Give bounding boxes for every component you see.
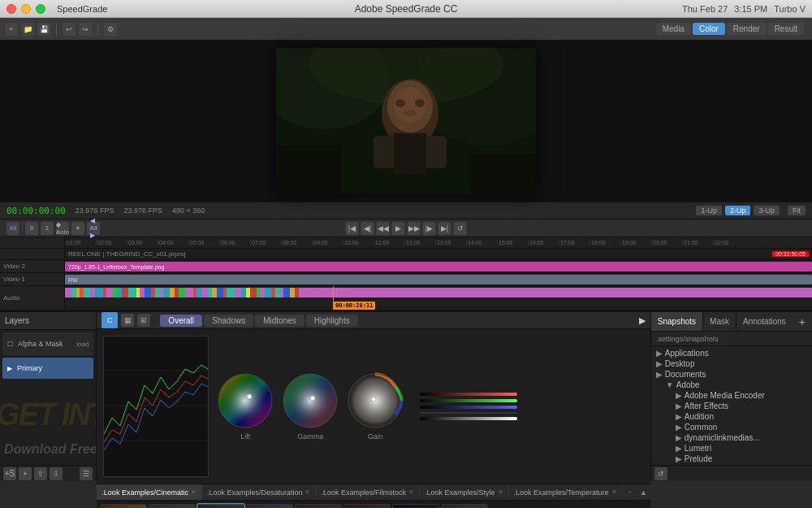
minimize-button[interactable]	[21, 4, 31, 14]
thumb-compression1[interactable]: Compression 1	[295, 504, 342, 508]
tab-shadows[interactable]: Shadows	[204, 315, 253, 327]
thumb-bleach[interactable]: Bleach Bypass	[149, 504, 196, 508]
next-frame[interactable]: |▶	[423, 222, 436, 235]
tab-annotations[interactable]: Annotations	[736, 312, 793, 331]
tree-item-prelude[interactable]: ▶ Prelude	[653, 454, 810, 464]
ctrl-1[interactable]: 1	[41, 222, 54, 235]
layer-item-alpha[interactable]: ☐ Alpha & Mask load	[2, 332, 93, 355]
remove-layer-btn[interactable]: +	[19, 467, 32, 480]
tab-snapshots[interactable]: Snapshots	[651, 312, 703, 331]
thumb-compression2[interactable]: Compression 2	[343, 504, 391, 508]
ctrl-s[interactable]: S	[25, 222, 38, 235]
redo-btn[interactable]: ↪	[79, 23, 92, 36]
layer-down-btn[interactable]: ⇩	[50, 467, 63, 480]
view-2up[interactable]: 2-Up	[725, 206, 751, 215]
look-tab-temperature-close[interactable]: ✕	[611, 488, 617, 496]
tab-midtones[interactable]: Midtones	[255, 315, 304, 327]
tree-item-documents[interactable]: ▶ Documents	[653, 369, 810, 380]
view-1up[interactable]: 1-Up	[696, 206, 722, 215]
tree-item-adobe[interactable]: ▼ Adobe	[653, 380, 810, 390]
settings-path: .settings/snapshots	[651, 332, 812, 346]
save-btn[interactable]: 💾	[37, 23, 50, 36]
look-panel-toggle[interactable]: ▲	[637, 488, 650, 497]
plus-btn[interactable]: +	[71, 222, 84, 235]
window-controls: SpeedGrade	[6, 4, 107, 14]
track-2-bar[interactable]: RW	[65, 275, 812, 284]
tree-item-desktop[interactable]: ▶ Desktop	[653, 358, 810, 369]
app-name: SpeedGrade	[57, 4, 107, 14]
tree-item-applications[interactable]: ▶ Applications	[653, 348, 810, 358]
close-button[interactable]	[6, 4, 16, 14]
tree-item-audition[interactable]: ▶ Audition	[653, 411, 810, 422]
tab-overall[interactable]: Overall	[160, 315, 202, 327]
settings-path-label: .settings/snapshots	[656, 335, 719, 343]
tab-media[interactable]: Media	[656, 23, 691, 35]
toolbar-sep-1	[56, 23, 57, 36]
tab-mask[interactable]: Mask	[703, 312, 736, 331]
add-snapshot-btn[interactable]: +	[793, 315, 812, 328]
wheel-highlights-disc[interactable]	[347, 372, 404, 429]
tab-color[interactable]: Color	[693, 23, 725, 35]
reel-row: REEL ONE | THEGRIND_CC_v01.prproj 00:32:…	[0, 249, 812, 260]
look-tab-filmstock[interactable]: .Look Examples/Filmstock ✕	[316, 484, 420, 500]
go-end[interactable]: ▶|	[438, 222, 451, 235]
open-btn[interactable]: 📁	[21, 23, 34, 36]
maximize-button[interactable]	[36, 4, 45, 14]
loop-btn[interactable]: ↺	[454, 222, 467, 235]
all-btn2[interactable]: ◀ All ▶	[87, 222, 100, 235]
timecode-overlay: 00:08:26:11	[333, 302, 375, 310]
layer-opts-btn[interactable]: ☰	[80, 467, 93, 480]
look-tab-temperature[interactable]: .Look Examples/Temperature ✕	[509, 484, 623, 500]
mark-3: 03:00	[127, 240, 158, 245]
mark-19: 19:00	[620, 240, 651, 245]
look-tab-filmstock-close[interactable]: ✕	[408, 488, 414, 496]
go-start[interactable]: |◀	[346, 222, 359, 235]
new-btn[interactable]: +	[5, 23, 18, 36]
look-tab-style[interactable]: .Look Examples/Style ✕	[420, 484, 509, 500]
wheel-midtones-disc[interactable]	[282, 372, 339, 429]
tree-item-common[interactable]: ▶ Common	[653, 422, 810, 432]
fit-btn[interactable]: Fit	[788, 206, 806, 215]
tree-item-dynlink[interactable]: ▶ dynamiclinkmedias...	[653, 432, 810, 443]
refresh-btn[interactable]: ↺	[654, 467, 667, 480]
color-mode-icon[interactable]: C	[102, 312, 118, 328]
tab-render[interactable]: Render	[727, 23, 767, 35]
undo-btn[interactable]: ↩	[63, 23, 76, 36]
play-btn[interactable]: ▶	[392, 222, 405, 235]
add-layer-btn[interactable]: +S	[3, 467, 16, 480]
tree-item-ame[interactable]: ▶ Adobe Media Encoder	[653, 390, 810, 401]
tree-item-lumetri[interactable]: ▶ Lumetri	[653, 443, 810, 454]
tool-btn[interactable]: ⚙	[104, 23, 117, 36]
tree-item-ae[interactable]: ▶ After Effects	[653, 401, 810, 411]
look-tab-desaturation[interactable]: .Look Examples/Desaturation ✕	[202, 484, 317, 500]
look-tab-cinematic[interactable]: .Look Examples/Cinematic ✕	[97, 484, 202, 500]
fwd-play[interactable]: ▶▶	[408, 222, 421, 235]
svg-rect-12	[471, 154, 536, 194]
scope-btn[interactable]: ⊞	[137, 314, 150, 327]
thumb-cinematic1[interactable]: Cinematic 1	[197, 504, 244, 508]
thumb-cinematic2[interactable]: Cinematic 2	[246, 504, 293, 508]
hist-btn[interactable]: ▦	[121, 314, 134, 327]
tab-highlights[interactable]: Highlights	[306, 315, 358, 327]
tab-result[interactable]: Result	[768, 23, 804, 35]
look-tab-add[interactable]: +	[623, 484, 637, 500]
layer-item-primary[interactable]: ▶ Primary	[2, 358, 93, 379]
auto-btn[interactable]: ◆ Auto	[56, 222, 69, 235]
look-tab-cinematic-close[interactable]: ✕	[191, 488, 197, 496]
all-button[interactable]: All	[6, 222, 19, 235]
thumb-sepia[interactable]: Sepia	[100, 504, 147, 508]
prev-frame[interactable]: ◀|	[361, 222, 374, 235]
look-tab-style-close[interactable]: ✕	[498, 488, 503, 496]
panel-expand[interactable]: ▶	[639, 315, 646, 326]
layer-up-btn[interactable]: ⇧	[34, 467, 47, 480]
color-tabs: C ▦ ⊞ Overall Shadows Midtones Highlight…	[97, 312, 650, 329]
track-1-bar[interactable]: 720p_1.85-1_Letterbox_Template.png	[65, 262, 812, 271]
view-3up[interactable]: 3-Up	[754, 206, 780, 215]
thumb-day4night[interactable]: Day4Night	[392, 504, 439, 508]
wheel-shadows-disc[interactable]	[217, 372, 274, 429]
thumb-bleach2[interactable]: Bleach Byp...	[441, 504, 488, 508]
rev-play[interactable]: ◀◀	[377, 222, 390, 235]
out-marker: 00:32:50:05	[772, 251, 809, 257]
look-tab-desaturation-close[interactable]: ✕	[304, 488, 310, 496]
timeline-transport: All S 1 ◆ Auto + ◀ All ▶	[6, 222, 100, 235]
